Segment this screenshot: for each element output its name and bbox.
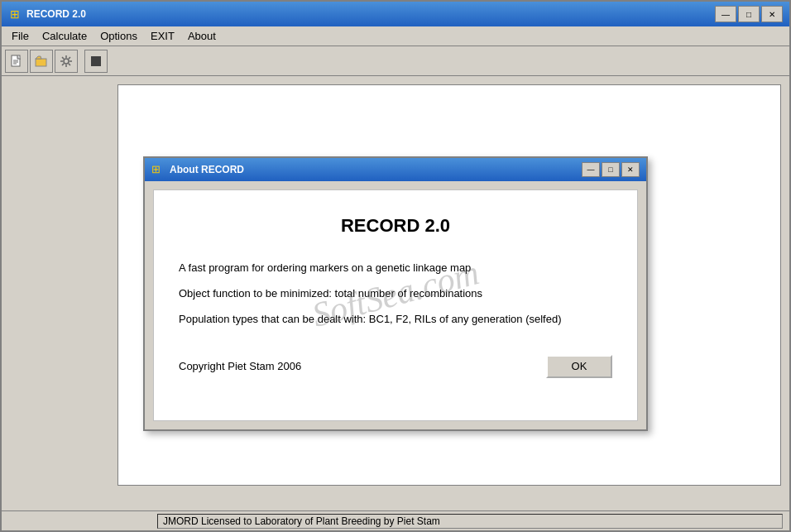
main-window: ⊞ RECORD 2.0 — □ ✕ File Calculate Option… bbox=[0, 0, 791, 532]
ok-button[interactable]: OK bbox=[546, 355, 612, 378]
dialog-line-1: A fast program for ordering markers on a… bbox=[179, 261, 612, 274]
svg-rect-6 bbox=[91, 56, 101, 66]
svg-point-5 bbox=[64, 59, 69, 64]
status-bar: JMORD Licensed to Laboratory of Plant Br… bbox=[2, 510, 789, 530]
dialog-close-button[interactable]: ✕ bbox=[621, 162, 640, 177]
status-text: JMORD Licensed to Laboratory of Plant Br… bbox=[163, 515, 440, 527]
dialog-overlay: ⊞ About RECORD — □ ✕ SoftSea.com RECORD … bbox=[2, 76, 789, 510]
dialog-title-buttons: — □ ✕ bbox=[582, 162, 640, 177]
main-minimize-button[interactable]: — bbox=[715, 6, 736, 22]
status-text-box: JMORD Licensed to Laboratory of Plant Br… bbox=[157, 514, 783, 529]
dialog-copyright: Copyright Piet Stam 2006 bbox=[179, 360, 301, 372]
menu-options[interactable]: Options bbox=[93, 28, 144, 44]
main-window-title: RECORD 2.0 bbox=[26, 8, 715, 20]
dialog-maximize-button[interactable]: □ bbox=[602, 162, 620, 177]
about-dialog: ⊞ About RECORD — □ ✕ SoftSea.com RECORD … bbox=[143, 156, 648, 431]
toolbar-settings-button[interactable] bbox=[55, 50, 78, 73]
main-close-button[interactable]: ✕ bbox=[761, 6, 783, 22]
svg-rect-4 bbox=[36, 59, 46, 66]
dialog-app-icon: ⊞ bbox=[151, 163, 165, 176]
toolbar-open-button[interactable] bbox=[30, 50, 53, 73]
menu-exit[interactable]: EXIT bbox=[144, 28, 181, 44]
open-folder-icon bbox=[35, 55, 48, 68]
dialog-title: About RECORD bbox=[170, 164, 582, 175]
app-icon: ⊞ bbox=[8, 7, 22, 21]
dialog-app-title: RECORD 2.0 bbox=[341, 215, 450, 237]
menu-calculate[interactable]: Calculate bbox=[36, 28, 93, 44]
dialog-title-bar: ⊞ About RECORD — □ ✕ bbox=[145, 158, 646, 181]
dialog-line-2: Object function to be minimized: total n… bbox=[179, 287, 612, 300]
dialog-minimize-button[interactable]: — bbox=[582, 162, 600, 177]
menu-file[interactable]: File bbox=[5, 28, 36, 44]
main-title-buttons: — □ ✕ bbox=[715, 6, 783, 22]
main-content: ⊞ About RECORD — □ ✕ SoftSea.com RECORD … bbox=[2, 76, 789, 510]
dialog-content: SoftSea.com RECORD 2.0 A fast program fo… bbox=[153, 189, 638, 421]
menu-about[interactable]: About bbox=[181, 28, 223, 44]
dialog-footer: Copyright Piet Stam 2006 OK bbox=[179, 355, 612, 378]
settings-icon bbox=[60, 55, 73, 68]
menu-bar: File Calculate Options EXIT About bbox=[2, 26, 789, 46]
dialog-line-3: Population types that can be dealt with:… bbox=[179, 313, 612, 325]
new-file-icon bbox=[10, 55, 23, 68]
main-title-bar: ⊞ RECORD 2.0 — □ ✕ bbox=[2, 2, 789, 26]
main-maximize-button[interactable]: □ bbox=[738, 6, 760, 22]
toolbar-new-button[interactable] bbox=[5, 50, 28, 73]
toolbar-separator bbox=[79, 50, 83, 73]
toolbar-stop-button[interactable] bbox=[84, 50, 108, 73]
stop-icon bbox=[89, 55, 103, 68]
toolbar bbox=[2, 46, 789, 76]
